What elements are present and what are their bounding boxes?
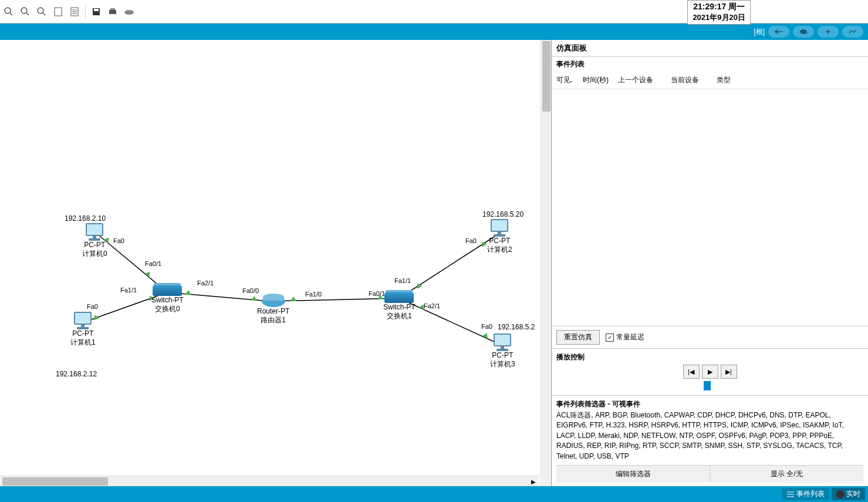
clock-date: 2021年9月20日 [693,12,745,23]
pc0-name: 计算机0 [82,249,107,259]
col-time: 时间(秒) [578,74,613,86]
const-delay-checkbox[interactable]: ✓ 常量延迟 [606,332,644,342]
pc3-name: 计算机3 [490,359,515,369]
link-status-up [479,240,487,247]
zoom-in-icon[interactable] [3,6,15,18]
canvas-wrap: 192.168.2.10 PC-PT 计算机0 Fa0 Fa0/1 PC-PT … [0,40,551,486]
nav-back-button[interactable] [768,26,789,38]
ip-label-pc1: 192.168.2.12 [56,370,97,378]
svg-point-15 [124,10,134,15]
link-status-up [482,332,489,338]
event-list-body[interactable] [552,89,868,326]
save-icon[interactable] [90,6,102,18]
zoom-reset-icon[interactable] [19,6,31,18]
port-rt-fa00: Fa0/0 [242,287,259,294]
document-icon[interactable] [52,6,64,18]
nav-view-button[interactable] [842,26,863,38]
device-switch0[interactable]: Switch-PT 交换机0 [151,285,184,314]
reset-sim-button[interactable]: 重置仿真 [556,330,600,345]
svg-rect-14 [110,8,115,10]
device-pc3[interactable]: PC-PT 计算机3 [490,333,515,369]
svg-rect-12 [94,9,99,11]
topology-canvas[interactable]: 192.168.2.10 PC-PT 计算机0 Fa0 Fa0/1 PC-PT … [0,40,539,486]
play-next-button[interactable]: ▶| [721,365,737,379]
device-pc2[interactable]: PC-PT 计算机2 [487,219,512,255]
port-pc2-fa0: Fa0 [465,237,477,244]
tab-realtime[interactable]: 实时 [832,488,865,500]
print-icon[interactable] [107,6,119,18]
device-pc1[interactable]: PC-PT 计算机1 [70,312,96,348]
link-status-up [185,290,192,295]
svg-line-3 [26,13,29,15]
device-switch1[interactable]: Switch-PT 交换机1 [383,292,416,321]
sim-controls: 重置仿真 ✓ 常量延迟 [552,326,868,348]
port-pc1-fa0: Fa0 [87,303,98,310]
pc3-type: PC-PT [490,351,515,359]
scroll-right-icon[interactable]: ▶ [529,477,538,486]
port-sw1-fa11: Fa1/1 [394,277,411,284]
play-button[interactable]: ▶ [702,365,718,379]
link-status-up [415,282,423,289]
play-speed-slider[interactable] [556,381,863,392]
pc2-type: PC-PT [487,237,512,245]
nav-move-button[interactable] [818,26,839,38]
svg-text:+: + [806,31,808,35]
show-all-none-button[interactable]: 显示 全/无 [710,466,863,483]
separator [85,6,86,18]
main-area: 192.168.2.10 PC-PT 计算机0 Fa0 Fa0/1 PC-PT … [0,40,868,486]
port-sw0-fa01: Fa0/1 [145,260,161,267]
zoom-out-icon[interactable] [36,6,48,18]
tab-realtime-label: 实时 [846,489,860,499]
port-sw1-fa01: Fa0/1 [369,290,385,297]
device-pc0[interactable]: PC-PT 计算机0 [82,223,107,259]
filter-protocol-list: ACL筛选器, ARP, BGP, Bluetooth, CAPWAP, CDP… [556,410,863,461]
topology-links [0,40,539,486]
tab-event-list-label: 事件列表 [796,489,825,499]
rt1-name: 路由器1 [257,315,289,325]
rt1-type: Router-PT [257,307,289,315]
svg-line-5 [43,13,45,15]
pc0-type: PC-PT [82,241,107,249]
pc1-name: 计算机1 [70,338,96,348]
navigation-bar: [根] + [0,23,868,40]
svg-line-1 [10,13,12,15]
clock-display: 21:29:17 周一 2021年9月20日 [687,0,751,25]
col-curr: 当前设备 [666,74,712,86]
svg-point-2 [21,8,27,14]
top-toolbar: 21:29:17 周一 2021年9月20日 [0,0,868,23]
sw0-type: Switch-PT [151,296,184,304]
canvas-scrollbar-v[interactable] [541,40,551,486]
col-visible: 可见. [552,74,578,86]
play-prev-button[interactable]: |◀ [683,365,700,379]
sw1-type: Switch-PT [383,303,416,311]
canvas-scrollbar-h[interactable]: ▶ [0,476,539,486]
nav-cluster-button[interactable]: + [793,26,814,38]
filter-title: 事件列表筛选器 - 可视事件 [556,399,863,409]
ip-label-pc2: 192.168.5.20 [482,210,523,218]
col-type: 类型 [712,74,735,86]
const-delay-label: 常量延迟 [616,332,644,342]
port-sw0-fa21: Fa2/1 [197,279,214,287]
panel-title: 仿真面板 [552,40,868,57]
event-columns: 可见. 时间(秒) 上一个设备 当前设备 类型 [552,72,868,89]
link-status-up [291,297,296,301]
link-status-up [251,296,258,301]
list-icon [786,491,795,498]
sw0-name: 交换机0 [151,304,184,314]
pc2-name: 计算机2 [487,245,512,255]
port-sw0-fa11: Fa1/1 [120,287,137,294]
svg-rect-13 [109,10,116,14]
root-label[interactable]: [根] [754,27,765,37]
tab-event-list[interactable]: 事件列表 [782,488,829,500]
bottom-bar: 事件列表 实时 [0,486,868,502]
list-icon[interactable] [69,6,80,18]
edit-filter-button[interactable]: 编辑筛选器 [556,466,710,483]
link-status-up [145,270,153,278]
event-list-title: 事件列表 [552,57,868,72]
play-title: 播放控制 [556,352,863,362]
cloud-icon[interactable] [123,6,135,18]
sw1-name: 交换机1 [383,311,416,321]
simulation-panel: 仿真面板 事件列表 可见. 时间(秒) 上一个设备 当前设备 类型 重置仿真 ✓… [551,40,868,486]
device-router1[interactable]: Router-PT 路由器1 [257,295,289,325]
pc1-type: PC-PT [70,329,96,338]
